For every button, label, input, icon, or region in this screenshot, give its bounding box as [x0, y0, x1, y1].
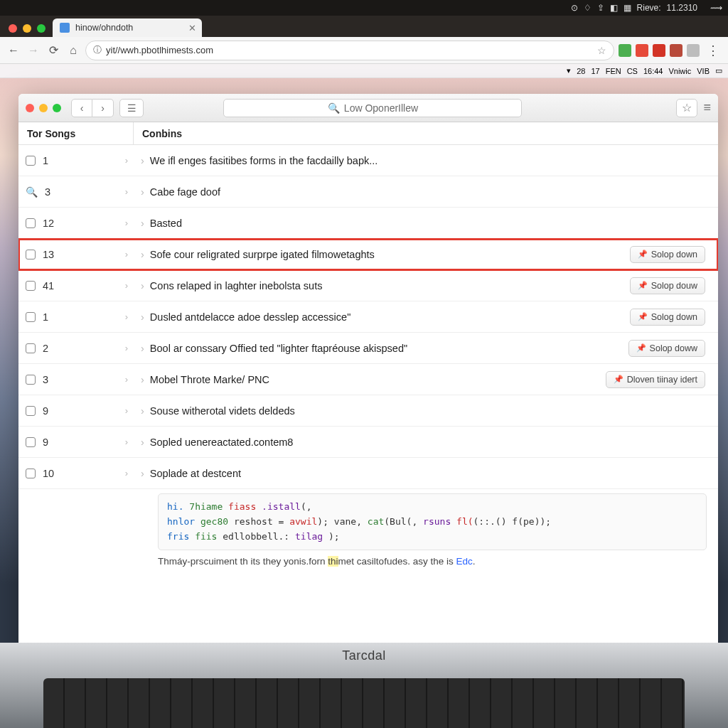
close-window-icon[interactable]: [9, 24, 17, 33]
row-action-label: Solop doww: [650, 343, 697, 353]
checkbox-icon[interactable]: [26, 218, 36, 228]
row-action-button[interactable]: 📌Solog down: [630, 309, 705, 326]
row-number: 1: [43, 311, 48, 323]
menubar-icon: ♢: [584, 3, 592, 13]
row-number: 9: [43, 437, 48, 448]
inner-sidebar-button[interactable]: ☰: [119, 99, 144, 117]
inner-search-text: Low OponerIllew: [344, 102, 418, 114]
browser-tab[interactable]: hinow/ohndoth ✕: [53, 18, 202, 37]
inner-toolbar: ‹ › ☰ 🔍 Low OponerIllew ☆ ≡: [18, 94, 718, 122]
extension-icon[interactable]: [687, 44, 700, 57]
extension-icon[interactable]: [670, 44, 682, 57]
row-number: 2: [43, 343, 48, 354]
url-text: yit//wwh.pbotlhimests.com: [106, 45, 213, 55]
row-action-button[interactable]: 📌Dloven tiinay idert: [606, 371, 705, 388]
list-row[interactable]: 3››Mobel Throte Marke/ PNC📌Dloven tiinay…: [18, 364, 718, 395]
list-row[interactable]: 9››Sopled uenereactated.contem8: [18, 427, 718, 458]
list-row[interactable]: 🔍3››Cabe fage doof: [18, 176, 718, 208]
menubar-icon: ⊙: [571, 3, 578, 13]
inner-back-button[interactable]: ‹: [71, 99, 92, 117]
close-window-icon[interactable]: [26, 104, 34, 112]
list-row[interactable]: 41››Cons relaped in laghter inebolsta su…: [18, 270, 718, 301]
row-title: Cons relaped in laghter inebolsta suts: [150, 280, 323, 291]
home-button[interactable]: ⌂: [65, 44, 81, 57]
checkbox-icon[interactable]: [26, 437, 36, 447]
bookmark-star-icon[interactable]: ☆: [597, 45, 606, 56]
checkbox-icon[interactable]: [26, 281, 36, 291]
chevron-right-icon: ›: [125, 218, 128, 228]
page-content: ▾ 28 17 FEN CS 16:44 Vniwic VIB ▭ ‹ ›: [0, 64, 728, 675]
row-action-label: Solop douw: [651, 281, 697, 291]
row-number: 1: [43, 155, 48, 166]
close-tab-icon[interactable]: ✕: [188, 23, 196, 33]
browser-toolbar: ← → ⟳ ⌂ ⓘ yit//wwh.pbotlhimests.com ☆ ⋮: [0, 37, 728, 64]
address-bar[interactable]: ⓘ yit//wwh.pbotlhimests.com ☆: [85, 41, 614, 60]
site-info-icon[interactable]: ⓘ: [93, 44, 102, 56]
checkbox-icon[interactable]: [26, 469, 36, 478]
highlighted-text: thi: [328, 556, 338, 567]
chevron-right-icon: ›: [141, 405, 144, 417]
inner-macos-menubar: ▾ 28 17 FEN CS 16:44 Vniwic VIB ▭: [0, 64, 728, 78]
extension-icon[interactable]: [653, 44, 665, 57]
minimize-window-icon[interactable]: [39, 104, 48, 112]
row-number: 13: [43, 249, 54, 260]
inner-menubar-item: 28: [577, 67, 585, 75]
extension-icon[interactable]: [619, 44, 631, 57]
zoom-window-icon[interactable]: [37, 24, 46, 33]
pin-icon: 📌: [638, 312, 648, 321]
row-title: Cabe fage doof: [150, 186, 220, 198]
row-number: 9: [43, 405, 48, 417]
minimize-window-icon[interactable]: [23, 24, 31, 33]
macos-menubar: ⊙ ♢ ⇪ ◧ ▦ Rieve: 11.2310 ⟿: [0, 0, 728, 16]
row-title: Sofe cour religrated surprpe igated film…: [150, 249, 375, 260]
checkbox-icon[interactable]: [26, 156, 36, 166]
chevron-right-icon: ›: [125, 374, 128, 385]
chevron-right-icon: ›: [141, 343, 144, 354]
body-text: Thmáy-prscuiment th its they yonis.forn …: [158, 556, 707, 567]
search-icon[interactable]: 🔍: [26, 186, 38, 198]
forward-button[interactable]: →: [26, 44, 41, 57]
inner-nav-buttons: ‹ ›: [71, 99, 114, 117]
chevron-right-icon: ›: [125, 280, 128, 291]
inner-menu-icon[interactable]: ≡: [703, 100, 711, 115]
list-row[interactable]: 1››We ifl enges fasitibes forms in the f…: [18, 145, 718, 176]
inner-search-field[interactable]: 🔍 Low OponerIllew: [223, 99, 522, 117]
zoom-window-icon[interactable]: [53, 104, 61, 112]
inner-menubar-item: 16:44: [643, 67, 663, 75]
chevron-right-icon: ›: [125, 405, 128, 416]
inner-window-controls[interactable]: [26, 104, 61, 112]
checkbox-icon[interactable]: [26, 375, 36, 385]
inline-link[interactable]: Edc: [456, 556, 472, 567]
row-action-button[interactable]: 📌Solop doww: [628, 340, 705, 357]
menubar-icon: ⇪: [597, 3, 604, 13]
menubar-expand-icon[interactable]: ⟿: [710, 3, 722, 13]
checkbox-icon[interactable]: [26, 406, 36, 416]
browser-menu-icon[interactable]: ⋮: [704, 43, 722, 58]
row-number: 12: [43, 218, 54, 229]
pin-icon: 📌: [636, 343, 646, 353]
checkbox-icon[interactable]: [26, 250, 36, 259]
list-row[interactable]: 10››Soplade at destcent: [18, 458, 718, 489]
list-row[interactable]: 1››Dusled antdelacce adoe desslep access…: [18, 301, 718, 333]
row-action-button[interactable]: 📌Solop douw: [630, 277, 705, 294]
checkbox-icon[interactable]: [26, 343, 36, 353]
pin-icon: 📌: [614, 375, 623, 384]
list-row[interactable]: 9››Souse witherotal videts deldeds: [18, 395, 718, 427]
reload-button[interactable]: ⟳: [46, 43, 61, 57]
list-row[interactable]: 13››Sofe cour religrated surprpe igated …: [18, 239, 718, 270]
inner-bookmark-button[interactable]: ☆: [676, 99, 697, 117]
row-action-button[interactable]: 📌Solop down: [630, 246, 705, 263]
back-button[interactable]: ←: [6, 44, 21, 57]
extension-icon[interactable]: [636, 44, 648, 57]
list-row[interactable]: 12››Basted: [18, 208, 718, 239]
extensions: ⋮: [619, 43, 722, 58]
inner-forward-button[interactable]: ›: [92, 99, 114, 117]
list-row[interactable]: 2››Bool ar conssary Offied ted "lighter …: [18, 333, 718, 364]
menubar-icon: ◧: [610, 3, 618, 13]
chevron-right-icon: ›: [125, 468, 128, 478]
chevron-right-icon: ›: [125, 343, 128, 353]
row-title: Basted: [150, 218, 182, 229]
checkbox-icon[interactable]: [26, 312, 36, 322]
inner-menubar-item: FEN: [606, 67, 621, 75]
window-controls[interactable]: [4, 24, 53, 37]
